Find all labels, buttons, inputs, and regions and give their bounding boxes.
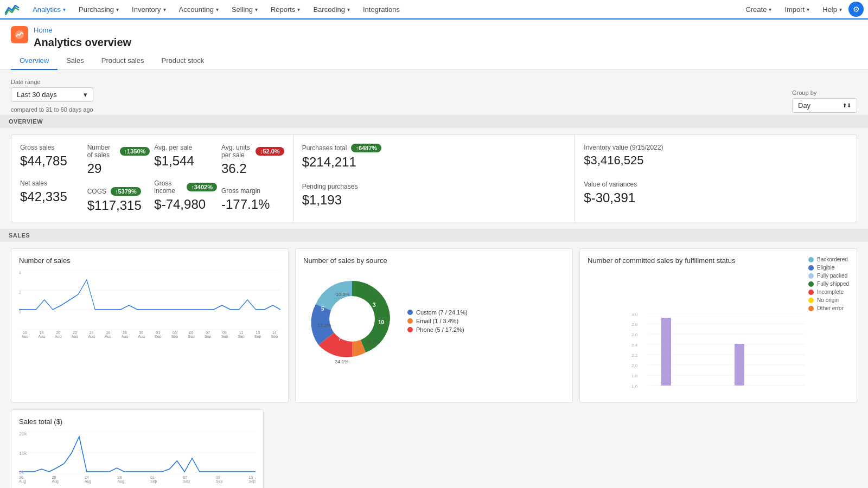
tab-product-sales[interactable]: Product sales [93, 52, 153, 70]
metric-inventory-value: Inventory value (9/15/2022) $3,416,525 [584, 144, 848, 168]
chevron-down-icon: ▾ [347, 7, 350, 12]
app-logo[interactable] [4, 3, 20, 15]
metric-net-sales: Net sales $42,335 [20, 179, 83, 204]
metric-avg-units-value: 36.2 [221, 161, 284, 176]
metric-gross-sales-value: $44,785 [20, 153, 83, 169]
svg-text:3: 3 [373, 302, 376, 308]
metric-avg-units-margin: Avg. units per sale ↓52.0% 36.2 Gross ma… [221, 144, 284, 213]
chart-source-title: Number of sales by source [303, 256, 565, 265]
metric-purchases-total-value: $214,211 [302, 155, 566, 170]
svg-text:2.0: 2.0 [631, 363, 638, 368]
svg-rect-34 [735, 344, 744, 386]
help-button[interactable]: Help ▾ [816, 0, 848, 19]
metric-gross-income: Gross income ↑3402% $-74,980 [154, 179, 217, 212]
date-range-label: Date range [11, 79, 93, 85]
nav-purchasing[interactable]: Purchasing ▾ [72, 0, 125, 20]
nav-right-actions: Create ▾ Import ▾ Help ▾ ⚙ [739, 0, 864, 19]
metric-cogs-label: COGS ↑5379% [87, 187, 150, 196]
group-by-select[interactable]: Day ⬆⬇ [792, 98, 857, 113]
metric-gross-income-badge: ↑3402% [187, 183, 217, 191]
metric-avg-units-label: Avg. units per sale ↓52.0% [221, 144, 284, 159]
svg-point-8 [329, 296, 375, 342]
svg-text:2.6: 2.6 [631, 332, 638, 337]
metric-gross-margin-label: Gross margin [221, 187, 284, 195]
metric-variances-label: Value of variances [584, 181, 848, 188]
metric-num-sales-badge: ↑1350% [120, 147, 150, 156]
svg-text:17.2%: 17.2% [317, 323, 331, 328]
metric-variances: Value of variances $-30,391 [584, 181, 848, 206]
svg-text:0k: 0k [19, 470, 24, 474]
chevron-down-icon: ▾ [839, 7, 842, 12]
top-navigation: Analytics ▾ Purchasing ▾ Inventory ▾ Acc… [0, 0, 868, 20]
committed-bar-svg: 3.0 2.8 2.6 2.4 2.2 2.0 1.8 1.6 [588, 313, 849, 395]
donut-legend: Custom (7 / 24.1%) Email (1 / 3.4%) Phon… [407, 309, 468, 335]
metric-cogs-value: $117,315 [87, 198, 150, 213]
date-range-select[interactable]: Last 30 days ▾ [11, 87, 93, 102]
tab-overview[interactable]: Overview [11, 52, 58, 70]
metric-purchases-total-label: Purchases total ↑6487% [302, 144, 566, 152]
metric-avg-units-badge: ↓52.0% [256, 147, 284, 156]
metrics-panel-purchases: Purchases total ↑6487% $214,211 Pending … [293, 135, 575, 222]
tab-product-stock[interactable]: Product stock [152, 52, 213, 70]
metric-sales-cogs: Number of sales ↑1350% 29 COGS ↑5379% $1… [87, 144, 150, 213]
svg-text:10: 10 [378, 319, 385, 325]
chart-sales-count-area: 4 2 0 [19, 270, 280, 330]
svg-text:0: 0 [19, 309, 21, 314]
nav-integrations[interactable]: Integrations [356, 0, 406, 20]
metric-avg-per-sale: Avg. per sale $1,544 [154, 144, 217, 169]
svg-text:44.8%: 44.8% [366, 339, 380, 344]
breadcrumb-link[interactable]: Home [34, 26, 53, 34]
settings-icon[interactable]: ⚙ [848, 2, 864, 17]
chart-sales-total-title: Sales total ($) [19, 418, 256, 426]
page-tabs: Overview Sales Product sales Product sto… [11, 52, 857, 69]
svg-text:2.2: 2.2 [631, 353, 638, 358]
svg-text:4: 4 [19, 270, 21, 275]
svg-text:10.3%: 10.3% [336, 292, 350, 297]
chart-sales-by-source: Number of sales by source [295, 248, 573, 403]
nav-selling[interactable]: Selling ▾ [225, 0, 264, 20]
donut-chart-svg: 3 10.3% 17.2% 7 44.8% 10 5 24.1% [303, 270, 401, 368]
filters-row: Date range Last 30 days ▾ compared to 31… [11, 79, 857, 113]
chevron-down-icon: ▾ [116, 7, 119, 12]
metric-gross-sales: Gross sales $44,785 [20, 144, 83, 169]
metric-gross-income-value: $-74,980 [154, 197, 217, 212]
metric-num-sales-label: Number of sales ↑1350% [87, 144, 150, 159]
committed-chart-area: 3.0 2.8 2.6 2.4 2.2 2.0 1.8 1.6 [588, 313, 849, 395]
metrics-panel-sales: Gross sales $44,785 Net sales $42,335 Nu… [11, 135, 293, 222]
import-button[interactable]: Import ▾ [778, 0, 816, 19]
nav-analytics[interactable]: Analytics ▾ [26, 0, 72, 20]
svg-text:5: 5 [321, 306, 324, 312]
chart-sales-count-title: Number of sales [19, 256, 280, 265]
svg-text:3.0: 3.0 [631, 313, 638, 317]
nav-accounting[interactable]: Accounting ▾ [173, 0, 225, 20]
metric-cogs: COGS ↑5379% $117,315 [87, 187, 150, 213]
group-by-filter: Group by Day ⬆⬇ [792, 89, 857, 113]
metric-purchases-total: Purchases total ↑6487% $214,211 [302, 144, 566, 170]
svg-text:20k: 20k [19, 431, 27, 436]
x-axis-labels: 16Aug 18Aug 20Aug 22Aug 24Aug 26Aug 28Au… [19, 331, 280, 338]
metric-purchases-badge: ↑6487% [351, 144, 381, 152]
metric-gross-margin: Gross margin -177.1% [221, 187, 284, 212]
nav-inventory[interactable]: Inventory ▾ [125, 0, 172, 20]
charts-row: Number of sales 4 2 0 16Aug 18Aug 20Aug … [11, 248, 857, 403]
legend-custom: Custom (7 / 24.1%) [407, 309, 468, 316]
metric-variances-value: $-30,391 [584, 190, 848, 206]
svg-text:7: 7 [339, 336, 342, 342]
metric-num-sales: Number of sales ↑1350% 29 [87, 144, 150, 176]
svg-rect-33 [661, 318, 671, 386]
chevron-down-icon: ▾ [163, 7, 166, 12]
nav-barcoding[interactable]: Barcoding ▾ [307, 0, 356, 20]
breadcrumb: Home [34, 26, 131, 34]
nav-reports[interactable]: Reports ▾ [264, 0, 307, 20]
tab-sales[interactable]: Sales [58, 52, 93, 70]
metric-gross-income-label: Gross income ↑3402% [154, 179, 217, 195]
metric-gross-sales-label: Gross sales [20, 144, 83, 151]
metrics-panel-inventory: Inventory value (9/15/2022) $3,416,525 V… [575, 135, 857, 222]
svg-text:2.8: 2.8 [631, 322, 638, 327]
chevron-down-icon: ▾ [807, 7, 809, 12]
create-button[interactable]: Create ▾ [739, 0, 778, 19]
metric-pending-label: Pending purchases [302, 183, 566, 190]
chart-sales-total: Sales total ($) 20k 10k 0k 16Aug 20Aug 2… [11, 409, 264, 488]
main-content: Date range Last 30 days ▾ compared to 31… [0, 70, 868, 488]
legend-phone: Phone (5 / 17.2%) [407, 326, 468, 333]
